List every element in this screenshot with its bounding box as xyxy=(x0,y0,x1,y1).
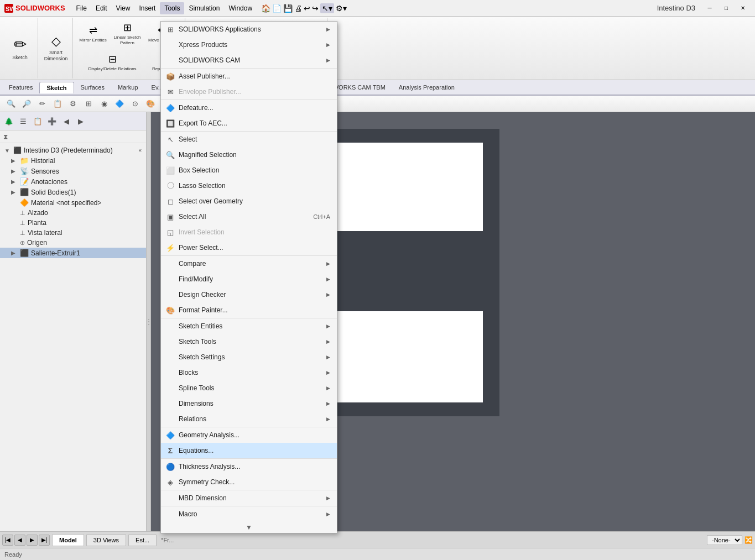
options-icon[interactable]: ⚙▾ xyxy=(336,4,347,13)
tab-markup[interactable]: Markup xyxy=(111,82,145,93)
print-icon[interactable]: 🖨 xyxy=(294,4,302,13)
anotaciones-toggle[interactable]: ▶ xyxy=(11,179,18,185)
menu-find-modify[interactable]: Find/Modify xyxy=(161,271,337,287)
rt-icon-4[interactable]: 📋 xyxy=(51,97,64,111)
menu-sketch-settings[interactable]: Sketch Settings xyxy=(161,349,337,365)
tree-item-alzado[interactable]: ⊥ Alzado xyxy=(0,208,146,218)
tab-nav-prev[interactable]: ◀ xyxy=(14,535,25,546)
tree-item-vista-lateral[interactable]: ⊥ Vista lateral xyxy=(0,228,146,238)
menu-relations[interactable]: Relations xyxy=(161,411,337,427)
rt-icon-8[interactable]: 🔷 xyxy=(113,97,126,111)
sidebar-icon-3[interactable]: 📋 xyxy=(31,114,44,128)
solid-bodies-toggle[interactable]: ▶ xyxy=(11,189,18,195)
undo-icon[interactable]: ↩ xyxy=(304,4,310,13)
tab-nav-next[interactable]: ▶ xyxy=(27,535,38,546)
mirror-entities-button[interactable]: ⇌ Mirror Entities xyxy=(76,20,110,48)
smart-dimension-button[interactable]: ◇ Smart Dimension xyxy=(41,26,70,70)
panel-resize-handle[interactable] xyxy=(147,112,151,531)
minimize-button[interactable]: ─ xyxy=(702,3,717,14)
menu-equations[interactable]: Σ Equations... xyxy=(161,443,337,458)
tab-nav-last[interactable]: ▶| xyxy=(39,535,50,546)
menu-thickness-analysis[interactable]: 🔵 Thickness Analysis... xyxy=(161,459,337,474)
rt-icon-9[interactable]: ⊙ xyxy=(128,97,142,111)
rt-icon-3[interactable]: ✏ xyxy=(35,97,49,111)
menu-view[interactable]: View xyxy=(112,2,135,14)
menu-sketch-entities[interactable]: Sketch Entities xyxy=(161,318,337,334)
menu-compare[interactable]: Compare xyxy=(161,256,337,271)
menu-power-select[interactable]: ⚡ Power Select... xyxy=(161,240,337,255)
menu-dimensions[interactable]: Dimensions xyxy=(161,396,337,411)
tab-analysis-preparation[interactable]: Analysis Preparation xyxy=(392,82,461,93)
menu-magnified-selection[interactable]: 🔍 Magnified Selection xyxy=(161,147,337,163)
saliente-toggle[interactable]: ▶ xyxy=(11,250,18,256)
tree-item-anotaciones[interactable]: ▶ 📝 Anotaciones xyxy=(0,176,146,187)
redo-icon[interactable]: ↪ xyxy=(312,4,319,13)
menu-insert[interactable]: Insert xyxy=(134,2,160,14)
menu-design-checker[interactable]: Design Checker xyxy=(161,287,337,302)
rt-icon-6[interactable]: ⊞ xyxy=(82,97,95,111)
menu-sketch-tools[interactable]: Sketch Tools xyxy=(161,334,337,349)
bottom-tab-est[interactable]: Est... xyxy=(128,534,157,546)
menu-edit[interactable]: Edit xyxy=(91,2,112,14)
sidebar-icon-6[interactable]: ▶ xyxy=(74,114,87,128)
menu-lasso-selection[interactable]: 〇 Lasso Selection xyxy=(161,178,337,193)
display-delete-relations-button[interactable]: ⊟ Display/Delete Relations xyxy=(76,49,148,76)
menu-select[interactable]: ↖ Select xyxy=(161,132,337,147)
menu-window[interactable]: Window xyxy=(224,2,257,14)
menu-select-over-geometry[interactable]: ◻ Select over Geometry xyxy=(161,193,337,209)
sidebar-icon-5[interactable]: ◀ xyxy=(60,114,73,128)
menu-asset-publisher[interactable]: 📦 Asset Publisher... xyxy=(161,69,337,84)
menu-file[interactable]: File xyxy=(72,2,91,14)
rt-icon-10[interactable]: 🎨 xyxy=(144,97,157,111)
tab-features[interactable]: Features xyxy=(2,82,39,93)
menu-spline-tools[interactable]: Spline Tools xyxy=(161,380,337,396)
config-icon[interactable]: 🔀 xyxy=(744,536,753,544)
menu-defeature[interactable]: 🔷 Defeature... xyxy=(161,100,337,116)
menu-format-painter[interactable]: 🎨 Format Painter... xyxy=(161,302,337,318)
tree-item-historial[interactable]: ▶ 📁 Historial xyxy=(0,155,146,166)
maximize-button[interactable]: □ xyxy=(718,3,734,14)
menu-solidworks-applications[interactable]: ⊞ SOLIDWORKS Applications xyxy=(161,22,337,37)
open-icon[interactable]: 📄 xyxy=(272,4,282,13)
menu-symmetry-check[interactable]: ◈ Symmetry Check... xyxy=(161,474,337,490)
menu-box-selection[interactable]: ⬜ Box Selection xyxy=(161,163,337,178)
bottom-tab-model[interactable]: Model xyxy=(52,534,84,546)
menu-geometry-analysis[interactable]: 🔷 Geometry Analysis... xyxy=(161,427,337,443)
sidebar-icon-1[interactable]: 🌲 xyxy=(2,114,15,128)
rt-icon-2[interactable]: 🔎 xyxy=(20,97,33,111)
tab-surfaces[interactable]: Surfaces xyxy=(74,82,111,93)
tab-nav-first[interactable]: |◀ xyxy=(2,535,13,546)
sensores-toggle[interactable]: ▶ xyxy=(11,168,18,174)
menu-select-all[interactable]: ▣ Select All Ctrl+A xyxy=(161,209,337,224)
tree-item-material[interactable]: 🔶 Material <not specified> xyxy=(0,197,146,208)
config-select[interactable]: -None- xyxy=(707,535,742,545)
menu-tools[interactable]: Tools xyxy=(160,2,184,14)
tree-item-planta[interactable]: ⊥ Planta xyxy=(0,218,146,228)
root-toggle[interactable]: ▼ xyxy=(4,148,11,154)
bottom-tab-3dviews[interactable]: 3D Views xyxy=(86,534,126,546)
menu-simulation[interactable]: Simulation xyxy=(184,2,224,14)
sidebar-icon-2[interactable]: ☰ xyxy=(17,114,30,128)
linear-pattern-button[interactable]: ⊞ Linear Sketch Pattern xyxy=(111,20,144,48)
menu-scroll-down[interactable]: ▼ xyxy=(161,522,337,533)
menu-solidworks-cam[interactable]: SOLIDWORKS CAM xyxy=(161,53,337,68)
menu-blocks[interactable]: Blocks xyxy=(161,365,337,380)
select-icon[interactable]: ↖▾ xyxy=(320,3,334,13)
menu-export-aec[interactable]: 🔲 Export To AEC... xyxy=(161,116,337,131)
menu-xpress-products[interactable]: Xpress Products xyxy=(161,37,337,53)
tree-root[interactable]: ▼ ⬛ Intestino D3 (Predeterminado) « xyxy=(0,145,146,155)
sidebar-icon-4[interactable]: ➕ xyxy=(45,114,59,128)
tab-sketch[interactable]: Sketch xyxy=(39,82,74,93)
menu-macro[interactable]: Macro xyxy=(161,506,337,522)
tree-item-saliente[interactable]: ▶ ⬛ Saliente-Extruir1 xyxy=(0,248,146,258)
close-button[interactable]: ✕ xyxy=(735,3,751,14)
tree-item-sensores[interactable]: ▶ 📡 Sensores xyxy=(0,166,146,176)
tree-item-origen[interactable]: ⊕ Origen xyxy=(0,238,146,248)
save-icon[interactable]: 💾 xyxy=(283,4,293,13)
rt-icon-1[interactable]: 🔍 xyxy=(4,97,18,111)
sketch-button[interactable]: ✏ Sketch xyxy=(6,26,34,70)
tree-item-solid-bodies[interactable]: ▶ ⬛ Solid Bodies(1) xyxy=(0,187,146,197)
historial-toggle[interactable]: ▶ xyxy=(11,158,18,164)
rt-icon-5[interactable]: ⚙ xyxy=(66,97,80,111)
menu-mbd-dimension[interactable]: MBD Dimension xyxy=(161,490,337,506)
